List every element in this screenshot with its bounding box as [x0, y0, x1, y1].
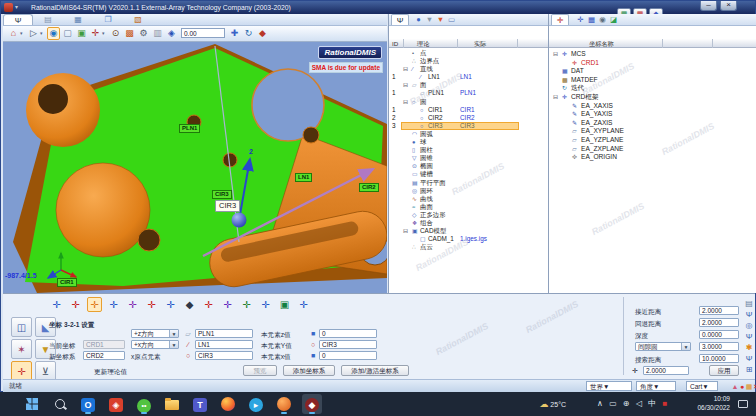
- tab-measure[interactable]: Ψ: [3, 14, 33, 25]
- tray-network-icon[interactable]: ⊕: [620, 392, 632, 416]
- col-theory[interactable]: 理论: [417, 39, 429, 48]
- csys-tool-1[interactable]: ✛: [49, 297, 64, 312]
- probe-value-field[interactable]: 2.0000: [643, 366, 689, 375]
- csys-321-button[interactable]: ✛: [11, 361, 32, 381]
- feature-row-直线[interactable]: ⊟∕直线: [389, 65, 548, 73]
- taskbar-clock[interactable]: 10:09 06/30/2022: [684, 395, 730, 412]
- explorer-icon[interactable]: [162, 394, 182, 414]
- app-menu-caret-icon[interactable]: ▾: [15, 3, 18, 12]
- retract-field[interactable]: 2.0000: [699, 318, 739, 327]
- csys-row-EA_YZPLANE[interactable]: ▱EA_YZPLANE: [549, 136, 756, 145]
- csys-row-MCS[interactable]: ⊟✛MCS: [549, 50, 756, 59]
- tray-app-icon[interactable]: ■: [659, 392, 671, 416]
- tab-model[interactable]: ▧: [123, 14, 153, 25]
- minimize-button[interactable]: –: [700, 1, 717, 11]
- feature-row-平行平面[interactable]: ▤平行平面: [389, 179, 548, 187]
- add-csys-button[interactable]: 添加坐标系: [283, 365, 335, 376]
- tolerance-input[interactable]: 0.00: [181, 28, 225, 38]
- feature-row-曲线[interactable]: ∿曲线: [389, 195, 548, 203]
- feature-row-PLN1[interactable]: 1▱PLN1PLN1: [389, 89, 548, 97]
- tools-icon[interactable]: ⚙: [137, 27, 150, 40]
- outlook-icon[interactable]: O: [78, 394, 98, 414]
- angle-select[interactable]: 角度▼: [636, 381, 676, 391]
- feature-row-CADM_1[interactable]: ▢CADM_11.iges.igs: [389, 235, 548, 243]
- home-caret[interactable]: ▾: [20, 26, 26, 41]
- action-center-icon[interactable]: [738, 400, 748, 408]
- tree-expand-icon[interactable]: ⊟: [403, 98, 408, 106]
- feature-row-面[interactable]: ⊟▱面: [389, 81, 548, 89]
- dmis-taskbar-icon[interactable]: ◆: [302, 394, 322, 414]
- z-direction-select[interactable]: +z方向▼: [131, 329, 179, 338]
- csys-tool-6[interactable]: ✛: [144, 297, 159, 312]
- search-button[interactable]: [50, 394, 70, 414]
- y-value-field[interactable]: CIR3: [319, 340, 377, 349]
- tab-comment[interactable]: ❐: [93, 14, 123, 25]
- csys-row-DAT[interactable]: ▦DAT: [549, 67, 756, 76]
- bin-icon[interactable]: ▥: [151, 27, 164, 40]
- feature-row-圆弧[interactable]: ◠圆弧: [389, 130, 548, 138]
- app-orange-icon[interactable]: [274, 394, 294, 414]
- csys-tool-4[interactable]: ✛: [106, 297, 121, 312]
- csys-grid-icon[interactable]: ▦: [586, 14, 597, 25]
- feature-row-CIR3[interactable]: 3○CIR3CIR3: [389, 122, 548, 130]
- tab-grid[interactable]: ▦: [63, 14, 93, 25]
- feature-row-圆[interactable]: ⊟○圆: [389, 98, 548, 106]
- probe-cube-button[interactable]: ◫: [11, 317, 32, 337]
- tree-expand-icon[interactable]: ⊟: [403, 81, 408, 89]
- feature-row-点云[interactable]: ∴点云: [389, 243, 548, 251]
- tree-expand-icon[interactable]: ⊟: [403, 227, 408, 235]
- feature-sphere[interactable]: [232, 213, 247, 228]
- filter-icon[interactable]: ▼: [424, 14, 435, 25]
- z-value-field[interactable]: 0: [319, 329, 377, 338]
- defender-icon[interactable]: ◈: [106, 394, 126, 414]
- telegram-icon[interactable]: ▸: [246, 394, 266, 414]
- feature-row-正多边形[interactable]: ◇正多边形: [389, 211, 548, 219]
- col-coord-name[interactable]: 坐标名称: [589, 39, 614, 48]
- csys-caret[interactable]: ▾: [102, 26, 108, 41]
- x-feature-field[interactable]: LN1: [195, 340, 253, 349]
- magnifier-icon[interactable]: ◎: [743, 321, 755, 331]
- firefox-icon[interactable]: [218, 394, 238, 414]
- csys-row-MATDEF[interactable]: ▩MATDEF: [549, 76, 756, 85]
- csys-tool-7[interactable]: ✛: [163, 297, 178, 312]
- csys-tool-14[interactable]: ✛: [296, 297, 311, 312]
- start-button[interactable]: [22, 394, 42, 414]
- feature-row-圆锥[interactable]: ▽圆锥: [389, 154, 548, 162]
- report-icon[interactable]: ▤: [743, 299, 755, 309]
- x-value-field[interactable]: 0: [319, 351, 377, 360]
- tree-expand-icon[interactable]: ⊟: [553, 93, 558, 102]
- feature-row-球[interactable]: ●球: [389, 138, 548, 146]
- csys-tool-10[interactable]: ✛: [220, 297, 235, 312]
- preview-button[interactable]: 预览: [243, 365, 277, 376]
- col-actual[interactable]: 实际: [474, 39, 486, 48]
- csys-tool-11[interactable]: ✛: [239, 297, 254, 312]
- tree-expand-icon[interactable]: ⊟: [553, 50, 558, 59]
- csys-row-CRD1[interactable]: ✛CRD1: [549, 59, 756, 68]
- probe-a-icon[interactable]: Ψ: [743, 310, 755, 320]
- cursor-icon[interactable]: ▷: [27, 27, 40, 40]
- approach-field[interactable]: 2.0000: [699, 306, 739, 315]
- feature-label-cir1[interactable]: CIR1: [57, 278, 77, 287]
- probe-star-button[interactable]: ✶: [11, 339, 32, 359]
- feature-row-键槽[interactable]: ▭键槽: [389, 170, 548, 178]
- teams-icon[interactable]: T: [190, 394, 210, 414]
- col-id[interactable]: ID: [392, 39, 398, 48]
- clearance-field[interactable]: 3.0000: [699, 342, 739, 351]
- csys-row-EA_ORIGIN[interactable]: ✜EA_ORIGIN: [549, 153, 756, 162]
- csys-select[interactable]: 世界▼: [586, 381, 632, 391]
- csys-row-EA_ZXPLANE[interactable]: ▱EA_ZXPLANE: [549, 145, 756, 154]
- depth-field[interactable]: 0.0000: [699, 330, 739, 339]
- search-field[interactable]: 10.0000: [699, 354, 739, 363]
- csys-view-tab[interactable]: ✛: [551, 14, 569, 25]
- csys-tool-12[interactable]: ✛: [258, 297, 273, 312]
- model-icon[interactable]: ▣: [75, 27, 88, 40]
- csys-tool-8[interactable]: ◆: [182, 297, 197, 312]
- add-activate-csys-button[interactable]: 添加/激活坐标系: [341, 365, 409, 376]
- feature-row-圆柱[interactable]: ▯圆柱: [389, 146, 548, 154]
- viewport-3d[interactable]: RationalDMIS SMA is due for update -987.…: [3, 42, 387, 293]
- feature-row-CAD模型[interactable]: ⊟▣CAD模型: [389, 227, 548, 235]
- home-icon[interactable]: ⌂: [7, 27, 20, 40]
- feature-label-ln1[interactable]: LN1: [295, 173, 312, 182]
- filter-active-icon[interactable]: ▼: [435, 14, 446, 25]
- taskbar-weather[interactable]: ☁ 25°C: [539, 392, 566, 416]
